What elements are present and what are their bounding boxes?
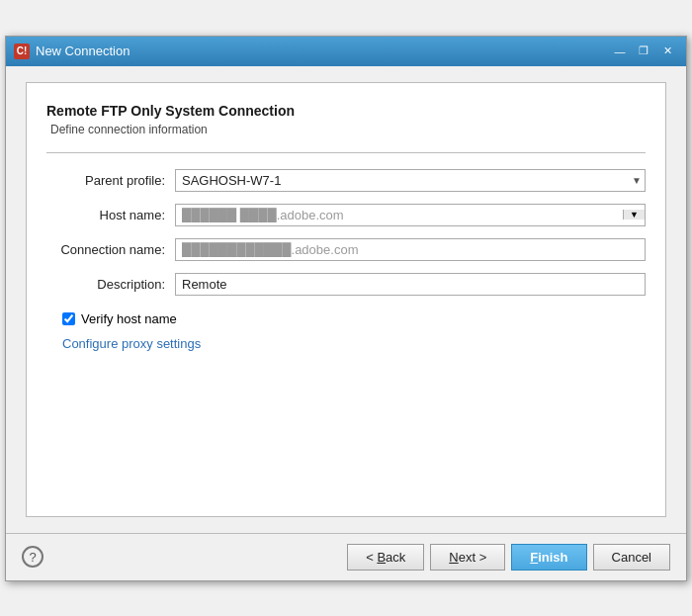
help-button[interactable]: ? — [22, 546, 43, 568]
title-bar-left: C! New Connection — [14, 44, 130, 59]
verify-host-checkbox[interactable] — [62, 312, 75, 325]
description-input[interactable] — [175, 273, 646, 296]
parent-profile-select-wrapper: SAGHOSH-W7-1 ▼ — [175, 169, 646, 192]
description-label: Description: — [46, 277, 175, 292]
parent-profile-label: Parent profile: — [46, 173, 175, 188]
finish-button[interactable]: Finish — [511, 544, 586, 571]
verify-host-label: Verify host name — [81, 311, 177, 326]
title-bar-controls: — ❐ ✕ — [609, 43, 678, 60]
host-name-input-wrapper: ▼ — [175, 204, 646, 226]
checkbox-section: Verify host name Configure proxy setting… — [46, 311, 646, 351]
content-wrapper: Remote FTP Only System Connection Define… — [26, 82, 666, 517]
connection-name-row: Connection name: — [46, 238, 646, 261]
bottom-buttons: < Back Next > Finish Cancel — [347, 544, 670, 571]
host-name-label: Host name: — [46, 208, 175, 222]
back-button[interactable]: < Back — [347, 544, 424, 571]
window-title: New Connection — [36, 44, 130, 58]
close-button[interactable]: ✕ — [656, 43, 678, 60]
host-name-input[interactable] — [176, 205, 623, 225]
parent-profile-control: SAGHOSH-W7-1 ▼ — [175, 169, 646, 192]
divider — [46, 152, 646, 153]
description-row: Description: — [46, 273, 646, 296]
connection-name-label: Connection name: — [46, 242, 175, 257]
description-control — [175, 273, 646, 296]
window-content: Remote FTP Only System Connection Define… — [6, 66, 686, 533]
host-name-row: Host name: ▼ — [46, 204, 646, 226]
host-name-dropdown-button[interactable]: ▼ — [623, 210, 645, 220]
connection-name-input[interactable] — [175, 238, 646, 261]
cancel-button[interactable]: Cancel — [593, 544, 670, 571]
section-subtitle: Define connection information — [46, 123, 646, 136]
verify-host-checkbox-row: Verify host name — [62, 311, 646, 326]
section-title: Remote FTP Only System Connection — [46, 103, 646, 119]
connection-name-control — [175, 238, 646, 261]
minimize-button[interactable]: — — [609, 43, 631, 60]
parent-profile-row: Parent profile: SAGHOSH-W7-1 ▼ — [46, 169, 646, 192]
host-dropdown-arrow-icon: ▼ — [630, 210, 639, 220]
main-window: C! New Connection — ❐ ✕ Remote FTP Only … — [5, 36, 687, 581]
host-name-control: ▼ — [175, 204, 646, 226]
app-icon: C! — [14, 44, 30, 59]
parent-profile-select[interactable]: SAGHOSH-W7-1 — [175, 169, 646, 192]
configure-proxy-link[interactable]: Configure proxy settings — [62, 336, 201, 351]
maximize-button[interactable]: ❐ — [633, 43, 654, 60]
next-button[interactable]: Next > — [430, 544, 505, 571]
bottom-bar: ? < Back Next > Finish Cancel — [6, 533, 686, 580]
title-bar: C! New Connection — ❐ ✕ — [6, 37, 686, 66]
